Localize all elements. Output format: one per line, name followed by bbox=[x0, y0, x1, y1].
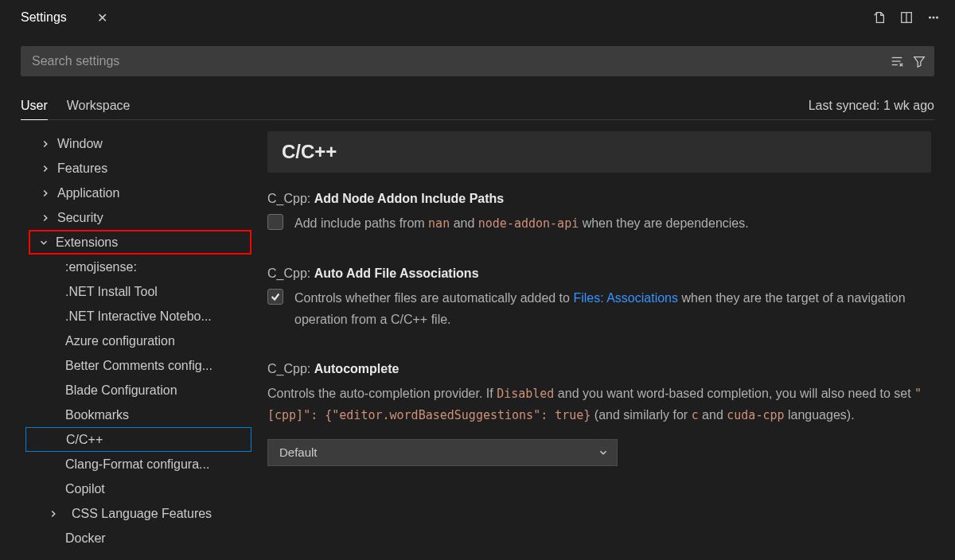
chevron-right-icon bbox=[40, 138, 51, 150]
sidebar-item-label: Security bbox=[57, 211, 103, 225]
sidebar-item[interactable]: Blade Configuration bbox=[30, 378, 251, 402]
sidebar-item-label: Window bbox=[57, 137, 103, 151]
scope-tabs: User Workspace Last synced: 1 wk ago bbox=[21, 94, 934, 120]
sidebar-item[interactable]: Copilot bbox=[30, 476, 251, 501]
setting-body: Add include paths from nan and node-addo… bbox=[267, 212, 931, 235]
setting-description: Add include paths from nan and node-addo… bbox=[294, 212, 749, 235]
search-input[interactable] bbox=[32, 54, 890, 68]
setting-description: Controls whether files are automatically… bbox=[294, 287, 931, 330]
checkbox[interactable] bbox=[267, 214, 283, 230]
setting-item: C_Cpp: Add Node Addon Include PathsAdd i… bbox=[267, 192, 931, 235]
chevron-right-icon bbox=[48, 508, 59, 519]
open-file-icon[interactable] bbox=[872, 10, 887, 25]
chevron-right-icon bbox=[40, 163, 51, 174]
sync-status: Last synced: 1 wk ago bbox=[809, 99, 934, 113]
chevron-right-icon bbox=[40, 188, 51, 199]
sidebar-item-label: Docker bbox=[65, 531, 106, 546]
sidebar-item[interactable]: :emojisense: bbox=[30, 255, 251, 279]
split-editor-icon[interactable] bbox=[899, 10, 914, 25]
setting-link[interactable]: Files: Associations bbox=[573, 291, 678, 305]
sidebar-item-label: Features bbox=[57, 161, 107, 176]
sidebar: WindowFeaturesApplicationSecurity Extens… bbox=[0, 131, 251, 560]
sidebar-item-label: Copilot bbox=[65, 482, 105, 496]
chevron-down-icon bbox=[38, 237, 49, 248]
setting-body: Controls whether files are automatically… bbox=[267, 287, 931, 330]
svg-point-8 bbox=[930, 17, 931, 18]
sidebar-item-label: .NET Interactive Notebo... bbox=[65, 309, 212, 324]
sidebar-item-label: Application bbox=[57, 186, 119, 200]
tab-workspace[interactable]: Workspace bbox=[67, 94, 131, 118]
sidebar-item-label: Azure configuration bbox=[65, 334, 175, 348]
filter-icon[interactable] bbox=[912, 54, 926, 68]
svg-point-9 bbox=[933, 17, 934, 18]
section-header: C/C++ bbox=[267, 131, 931, 173]
setting-description: Controls the auto-completion provider. I… bbox=[267, 383, 931, 426]
close-icon[interactable]: ✕ bbox=[97, 10, 107, 25]
sidebar-item-label: Better Comments config... bbox=[65, 359, 212, 373]
sidebar-item[interactable]: Docker bbox=[30, 526, 251, 550]
content-area: C/C++ C_Cpp: Add Node Addon Include Path… bbox=[251, 131, 955, 560]
sidebar-item[interactable]: .NET Install Tool bbox=[30, 279, 251, 304]
sidebar-item[interactable]: C/C++ bbox=[25, 427, 251, 452]
sidebar-item-label: Clang-Format configura... bbox=[65, 457, 209, 472]
select-dropdown[interactable]: Default bbox=[267, 439, 618, 466]
sidebar-item[interactable]: Better Comments config... bbox=[30, 353, 251, 378]
sidebar-item[interactable]: Security bbox=[30, 205, 251, 230]
setting-item: C_Cpp: AutocompleteControls the auto-com… bbox=[267, 362, 931, 466]
chevron-right-icon bbox=[40, 212, 51, 224]
checkbox[interactable] bbox=[267, 289, 283, 305]
sidebar-item[interactable]: Azure configuration bbox=[30, 329, 251, 353]
sidebar-item[interactable]: Window bbox=[30, 131, 251, 156]
tab-user[interactable]: User bbox=[21, 94, 48, 120]
sidebar-item-label: .NET Install Tool bbox=[65, 285, 158, 299]
sidebar-item[interactable]: Features bbox=[30, 156, 251, 181]
sidebar-item-label: C/C++ bbox=[66, 433, 103, 447]
sidebar-item[interactable]: Bookmarks bbox=[30, 402, 251, 427]
sidebar-item-label: Extensions bbox=[56, 235, 118, 250]
sidebar-item[interactable]: CSS Language Features bbox=[30, 501, 251, 526]
svg-point-10 bbox=[937, 17, 938, 18]
search-container bbox=[21, 46, 934, 76]
setting-title: C_Cpp: Add Node Addon Include Paths bbox=[267, 192, 931, 206]
sidebar-item-label: CSS Language Features bbox=[72, 507, 212, 521]
titlebar: Settings ✕ bbox=[0, 0, 955, 35]
sidebar-item-label: Bookmarks bbox=[65, 408, 129, 422]
sidebar-item[interactable]: Application bbox=[30, 181, 251, 205]
setting-title: C_Cpp: Autocomplete bbox=[267, 362, 931, 376]
sidebar-item-label: :emojisense: bbox=[65, 260, 137, 274]
sidebar-item-label: Blade Configuration bbox=[65, 383, 177, 398]
sidebar-item-extensions[interactable]: Extensions bbox=[29, 230, 251, 255]
setting-item: C_Cpp: Auto Add File AssociationsControl… bbox=[267, 266, 931, 330]
clear-filter-icon[interactable] bbox=[890, 54, 904, 68]
sidebar-item[interactable]: .NET Interactive Notebo... bbox=[30, 304, 251, 329]
setting-title: C_Cpp: Auto Add File Associations bbox=[267, 266, 931, 281]
sidebar-item[interactable]: Clang-Format configura... bbox=[30, 452, 251, 476]
more-actions-icon[interactable] bbox=[926, 10, 941, 25]
tab-label: Settings bbox=[21, 10, 67, 25]
tab-settings[interactable]: Settings ✕ bbox=[8, 0, 114, 35]
